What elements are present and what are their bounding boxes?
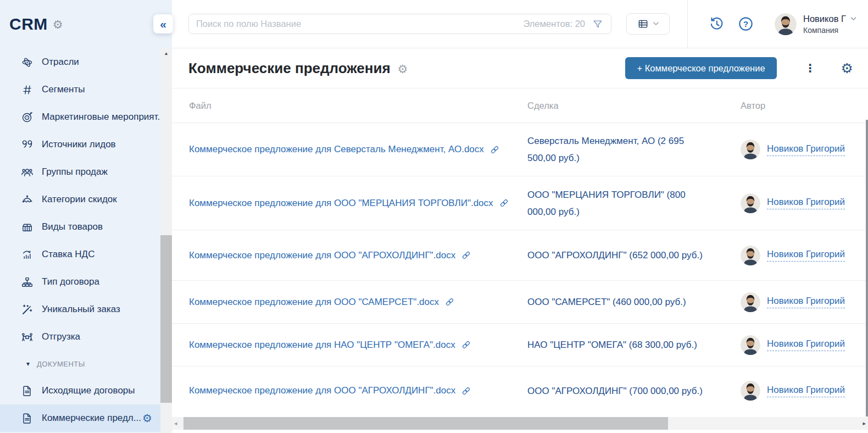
unique-order-icon — [21, 303, 34, 316]
sidebar-item-outgoing-contracts[interactable]: Исходящие договоры — [0, 377, 172, 404]
item-settings-gear-icon[interactable]: ⚙ — [142, 413, 152, 424]
lead-sources-icon — [21, 138, 34, 151]
sidebar-item-label: Группы продаж — [42, 166, 108, 177]
deal-value[interactable]: ООО "АГРОХОЛДИНГ" (652 000,00 руб.) — [527, 247, 725, 264]
author-link[interactable]: Новиков Григорий — [767, 249, 845, 262]
column-header-author[interactable]: Автор — [741, 101, 853, 111]
author-link[interactable]: Новиков Григорий — [767, 143, 845, 156]
sidebar-item-label: Уникальный заказ — [42, 304, 120, 315]
deal-value[interactable]: Северсталь Менеджмент, АО (2 695 500,00 … — [527, 132, 725, 166]
sidebar-item-label: Тип договора — [42, 276, 99, 287]
chevron-down-icon — [653, 22, 659, 26]
sidebar-item-label: Отрасли — [42, 57, 79, 68]
sidebar-scrollbar[interactable]: ▴ — [160, 48, 172, 433]
main-area: Элементов: 20 ? Новиков Г — [172, 0, 868, 433]
author-avatar — [741, 246, 760, 265]
add-proposal-button[interactable]: + Коммерческое предложение — [625, 57, 776, 79]
sidebar-item-label: Категории скидок — [42, 194, 117, 205]
scroll-left-arrow-icon[interactable]: ◂ — [174, 417, 177, 430]
sidebar-header: CRM ⚙ — [0, 0, 172, 48]
sidebar-item-label: Виды товаров — [42, 221, 103, 232]
table-vertical-scrollbar[interactable] — [866, 120, 868, 417]
deal-value[interactable]: ООО "САМЕРСЕТ" (460 000,00 руб.) — [527, 293, 725, 310]
file-link[interactable]: Коммерческое предложение для ООО "АГРОХО… — [189, 385, 455, 396]
table-row: Коммерческое предложение для НАО "ЦЕНТР … — [172, 324, 868, 367]
sidebar-item-segments[interactable]: Сегменты — [0, 76, 172, 103]
crm-logo: CRM — [9, 15, 48, 34]
table-row: Коммерческое предложение для ООО "МЕРЦАН… — [172, 176, 868, 230]
sidebar-item-discount-categories[interactable]: Категории скидок — [0, 186, 172, 213]
sidebar-item-shipment[interactable]: Отгрузка — [0, 323, 172, 351]
history-icon[interactable] — [708, 15, 725, 32]
crm-settings-gear-icon[interactable]: ⚙ — [53, 19, 63, 31]
author-avatar — [741, 381, 760, 401]
vat-rate-icon — [21, 248, 34, 261]
sidebar-item-commercial-proposals[interactable]: Коммерческие предл... ⚙ — [0, 404, 172, 432]
sidebar-item-label: Маркетинговые мероприят... — [42, 112, 165, 123]
sidebar-item-sales-groups[interactable]: Группы продаж — [0, 158, 172, 186]
link-icon[interactable] — [444, 297, 455, 307]
sidebar-scrollbar-thumb[interactable] — [160, 235, 172, 403]
sidebar-item-unique-order[interactable]: Уникальный заказ — [0, 296, 172, 323]
user-menu[interactable]: Новиков Г Компания — [775, 13, 856, 35]
kebab-menu-icon[interactable]: ⋮ — [805, 62, 816, 75]
file-link[interactable]: Коммерческое предложение для Северсталь … — [189, 144, 484, 155]
deal-value[interactable]: ООО "МЕРЦАНИЯ ТОРГОВЛИ" (800 000,00 руб.… — [527, 186, 725, 220]
link-icon[interactable] — [461, 250, 471, 260]
list-settings-gear-icon[interactable]: ⚙ — [841, 62, 853, 75]
sales-groups-icon — [21, 166, 34, 179]
column-header-deal[interactable]: Сделка — [527, 101, 741, 111]
sidebar-section-documents[interactable]: ▾ ДОКУМЕНТЫ — [0, 351, 172, 377]
search-box: Элементов: 20 — [188, 14, 611, 34]
user-info: Новиков Г Компания — [803, 14, 856, 35]
page-header: Коммерческие предложения ⚙ + Коммерческо… — [172, 48, 868, 88]
deal-value[interactable]: НАО "ЦЕНТР "ОМЕГА" (68 300,00 руб.) — [527, 336, 725, 353]
sidebar-item-vat-rate[interactable]: Ставка НДС — [0, 241, 172, 268]
sidebar-item-lead-sources[interactable]: Источники лидов — [0, 131, 172, 158]
industries-icon — [21, 56, 34, 69]
link-icon[interactable] — [461, 386, 471, 396]
scroll-right-arrow-icon[interactable]: ▸ — [863, 417, 866, 430]
user-name: Новиков Г — [803, 14, 846, 24]
table-header-row: Файл Сделка Автор — [172, 88, 868, 123]
user-company: Компания — [803, 26, 856, 35]
scroll-up-arrow-icon[interactable]: ▴ — [160, 48, 172, 58]
search-input[interactable] — [196, 19, 516, 29]
author-link[interactable]: Новиков Григорий — [767, 296, 845, 308]
sidebar-item-label: Сегменты — [42, 84, 85, 95]
sidebar-item-contract-type[interactable]: Тип договора — [0, 268, 172, 296]
column-header-file[interactable]: Файл — [189, 101, 527, 111]
sidebar-item-industries[interactable]: Отрасли — [0, 48, 172, 76]
horizontal-scrollbar[interactable]: ◂ ▸ — [172, 417, 868, 430]
marketing-target-icon — [21, 111, 34, 124]
sidebar-item-product-types[interactable]: Виды товаров — [0, 213, 172, 241]
topbar: Элементов: 20 ? Новиков Г — [172, 0, 868, 48]
page-title-gear-icon[interactable]: ⚙ — [398, 64, 408, 75]
author-link[interactable]: Новиков Григорий — [767, 197, 845, 209]
sidebar-collapse-button[interactable]: « — [153, 14, 173, 34]
link-icon[interactable] — [461, 340, 471, 350]
horizontal-scrollbar-thumb[interactable] — [183, 417, 668, 430]
link-icon[interactable] — [489, 145, 500, 155]
link-icon[interactable] — [499, 198, 509, 208]
file-link[interactable]: Коммерческое предложение для ООО "МЕРЦАН… — [189, 198, 493, 209]
file-link[interactable]: Коммерческое предложение для ООО "АГРОХО… — [189, 250, 455, 261]
segments-icon — [21, 84, 34, 96]
author-link[interactable]: Новиков Григорий — [767, 338, 845, 351]
deal-value[interactable]: ООО "АГРОХОЛДИНГ" (700 000,00 руб.) — [527, 382, 725, 399]
file-link[interactable]: Коммерческое предложение для НАО "ЦЕНТР … — [189, 340, 455, 351]
sidebar-item-label: Коммерческие предл... — [42, 413, 141, 424]
elements-count-label: Элементов: 20 — [523, 19, 585, 29]
help-icon[interactable]: ? — [737, 15, 754, 32]
file-link[interactable]: Коммерческое предложение для ООО "САМЕРС… — [189, 297, 439, 308]
author-link[interactable]: Новиков Григорий — [767, 385, 845, 397]
product-types-icon — [21, 221, 34, 234]
filter-funnel-icon[interactable] — [592, 18, 604, 30]
topbar-divider — [687, 0, 688, 48]
view-mode-button[interactable] — [626, 13, 670, 35]
shipment-icon — [21, 331, 34, 343]
author-avatar — [741, 335, 760, 355]
sidebar-item-marketing[interactable]: Маркетинговые мероприят... — [0, 103, 172, 131]
author-avatar — [741, 140, 760, 159]
contract-type-icon — [21, 276, 34, 288]
